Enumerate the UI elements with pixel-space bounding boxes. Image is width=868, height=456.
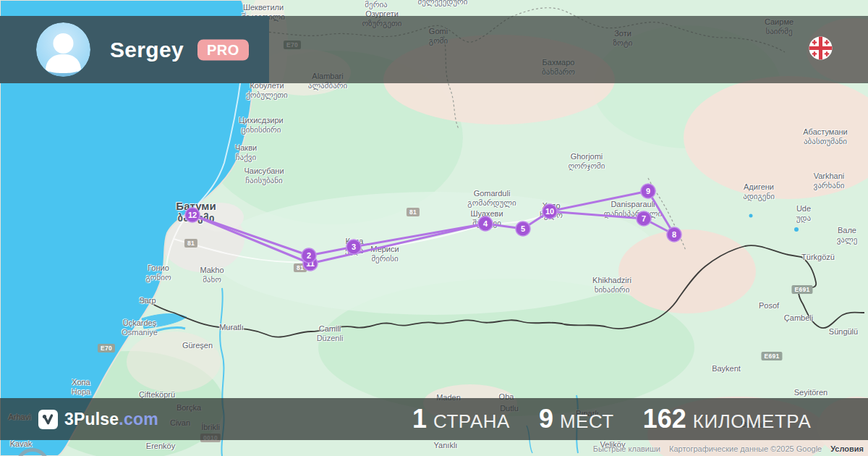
svg-text:10: 10	[545, 207, 554, 216]
stat-countries-label: СТРАНА	[433, 410, 510, 433]
keyboard-shortcuts-link[interactable]: Быстрые клавиши	[593, 444, 660, 453]
stat-countries: 1 СТРАНА	[412, 404, 510, 434]
map-attribution-row: Быстрые клавиши Картографические данные …	[593, 444, 864, 453]
brand-block[interactable]: 3Pulse.com	[38, 410, 158, 429]
header-bar: Sergey PRO	[0, 16, 868, 83]
route-marker-4[interactable]: 4	[478, 216, 493, 231]
svg-text:2: 2	[307, 251, 311, 260]
route-marker-2[interactable]: 2	[302, 248, 316, 263]
georgia-flag-icon	[809, 36, 833, 60]
svg-text:12: 12	[188, 211, 197, 219]
user-panel: Sergey PRO	[0, 16, 269, 83]
route-marker-3[interactable]: 3	[346, 240, 361, 254]
route-line	[550, 211, 644, 219]
user-name: Sergey	[110, 38, 184, 62]
map-data-attribution: Картографические данные ©2025 Google	[669, 444, 822, 453]
pro-badge: PRO	[197, 39, 249, 60]
terms-link[interactable]: Условия	[830, 444, 864, 453]
brand-suffix: .com	[119, 410, 158, 428]
svg-text:5: 5	[521, 224, 525, 233]
stat-kilometers-label: КИЛОМЕТРА	[693, 410, 811, 433]
svg-text:8: 8	[672, 230, 676, 239]
stat-kilometers-value: 162	[643, 404, 686, 434]
brand-name: 3Pulse.com	[64, 410, 158, 429]
svg-text:7: 7	[642, 214, 646, 223]
stat-places: 9 МЕСТ	[539, 404, 614, 434]
route-marker-9[interactable]: 9	[641, 184, 655, 198]
travel-summary-card: ШекветилиშეკვეთილიმერიამელექედურიОзургет…	[0, 0, 868, 456]
route-marker-5[interactable]: 5	[516, 221, 530, 236]
svg-text:4: 4	[483, 219, 488, 228]
brand-text: 3Pulse	[64, 410, 119, 428]
route-marker-7[interactable]: 7	[637, 211, 651, 226]
route-marker-12[interactable]: 12	[185, 208, 200, 222]
3pulse-logo-icon	[38, 410, 58, 429]
stat-places-label: МЕСТ	[560, 410, 614, 433]
stat-kilometers: 162 КИЛОМЕТРА	[643, 404, 812, 434]
route-marker-10[interactable]: 10	[542, 204, 557, 219]
avatar	[36, 22, 90, 77]
svg-text:3: 3	[352, 242, 356, 251]
trip-stats: 1 СТРАНА 9 МЕСТ 162 КИЛОМЕТРА	[412, 398, 811, 440]
route-marker-8[interactable]: 8	[667, 227, 681, 242]
route-line	[550, 191, 648, 211]
stat-countries-value: 1	[412, 404, 427, 434]
stats-bar: 3Pulse.com 1 СТРАНА 9 МЕСТ 162 КИЛОМЕТРА	[0, 398, 868, 440]
route-line	[192, 215, 310, 263]
svg-text:9: 9	[646, 187, 650, 195]
stat-places-value: 9	[539, 404, 553, 434]
route-line	[310, 224, 485, 263]
